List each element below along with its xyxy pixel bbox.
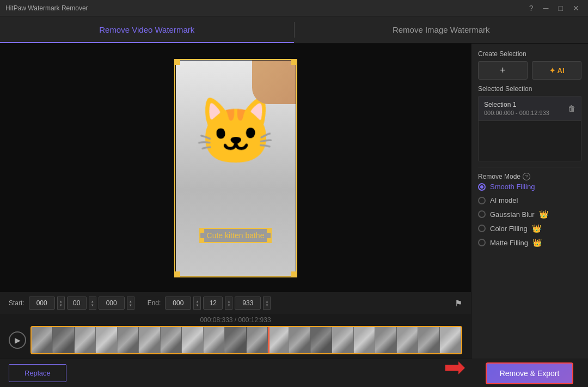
timeline-section: 000:08:333 / 000:12:933 ▶	[0, 314, 471, 359]
start-minutes-spinner[interactable]: ▲▼	[89, 297, 96, 310]
video-frame-wrapper: Cute kitten bathe	[176, 61, 296, 276]
cat-background	[176, 61, 296, 276]
ai-star-icon: ✦	[549, 66, 555, 75]
remove-mode-title: Remove Mode ?	[478, 173, 581, 180]
film-cell	[161, 327, 182, 353]
play-button[interactable]: ▶	[9, 331, 26, 349]
mode-matte[interactable]: Matte Filling 👑	[478, 238, 581, 247]
add-selection-button[interactable]: +	[478, 61, 528, 80]
selection-info: Selection 1 000:00:000 - 000:12:933	[484, 101, 549, 116]
matte-premium-icon: 👑	[532, 238, 542, 247]
film-cell	[268, 327, 289, 353]
start-seconds-input[interactable]	[99, 297, 125, 310]
create-selection-buttons: + ✦ AI	[478, 61, 581, 80]
maximize-icon[interactable]: □	[555, 3, 566, 14]
ai-selection-button[interactable]: ✦ AI	[532, 61, 581, 80]
corner-tl	[200, 228, 204, 233]
start-minutes-input[interactable]	[67, 297, 87, 310]
film-cell	[397, 327, 418, 353]
timeline-time-display: 000:08:333 / 000:12:933	[9, 316, 462, 324]
video-canvas: Cute kitten bathe	[0, 44, 471, 292]
close-icon[interactable]: ✕	[569, 3, 583, 14]
radio-matte[interactable]	[478, 239, 486, 246]
end-minutes-input[interactable]	[203, 297, 223, 310]
corner-bl	[200, 238, 204, 243]
film-cell	[247, 327, 268, 353]
bottom-right-area: Remove & Export	[471, 359, 588, 387]
watermark-text: Cute kitten bathe	[207, 231, 265, 240]
tab-bar: Remove Video Watermark Remove Image Wate…	[0, 16, 588, 44]
selection-name: Selection 1	[484, 101, 549, 108]
titlebar: HitPaw Watermark Remover ? ─ □ ✕	[0, 0, 588, 16]
video-area: Cute kitten bathe Start:	[0, 44, 471, 387]
export-button[interactable]: Remove & Export	[486, 362, 574, 384]
film-cell	[96, 327, 117, 353]
start-hours-input[interactable]	[29, 297, 55, 310]
end-hours-input[interactable]	[165, 297, 191, 310]
create-selection-title: Create Selection	[478, 50, 581, 58]
end-seconds-input[interactable]	[235, 297, 261, 310]
window-controls: ? ─ □ ✕	[526, 3, 583, 14]
total-time: 000:12:933	[238, 316, 271, 324]
mode-color-label: Color Filling	[490, 225, 528, 233]
minimize-icon[interactable]: ─	[540, 3, 552, 14]
playhead[interactable]	[268, 326, 270, 354]
mode-smooth-label: Smooth Filling	[490, 183, 535, 191]
cat-hand	[252, 61, 296, 104]
film-cell	[375, 327, 396, 353]
film-cell	[53, 327, 74, 353]
end-hours-spinner[interactable]: ▲▼	[193, 297, 201, 310]
mode-gaussian[interactable]: Gaussian Blur 👑	[478, 210, 581, 219]
selected-selection-title: Selected Selection	[478, 85, 581, 93]
help-icon[interactable]: ?	[526, 3, 537, 14]
video-frame: Cute kitten bathe	[176, 61, 296, 276]
help-mode-icon[interactable]: ?	[523, 173, 530, 180]
radio-smooth[interactable]	[478, 183, 486, 191]
film-cell	[139, 327, 160, 353]
flag-icon[interactable]: ⚑	[455, 298, 462, 309]
main-area: Cute kitten bathe Start:	[0, 44, 588, 387]
film-cell	[204, 327, 225, 353]
end-label: End:	[148, 299, 161, 307]
mode-radio-group: Smooth Filling AI model Gaussian Blur 👑 …	[478, 183, 581, 247]
start-seconds-spinner[interactable]: ▲▼	[127, 297, 134, 310]
remove-mode-section: Remove Mode ? Smooth Filling AI model Ga…	[478, 173, 581, 247]
radio-gaussian[interactable]	[478, 210, 486, 218]
corner-br	[267, 238, 271, 243]
mode-color[interactable]: Color Filling 👑	[478, 224, 581, 233]
radio-color[interactable]	[478, 225, 486, 232]
delete-selection-button[interactable]: 🗑	[568, 104, 575, 113]
mode-matte-label: Matte Filling	[490, 239, 528, 247]
radio-ai[interactable]	[478, 197, 486, 204]
start-label: Start:	[9, 299, 24, 307]
mode-ai[interactable]: AI model	[478, 196, 581, 204]
mode-smooth[interactable]: Smooth Filling	[478, 183, 581, 191]
film-cell	[32, 327, 53, 353]
replace-button[interactable]: Replace	[9, 364, 66, 382]
film-cell	[118, 327, 139, 353]
selection-time: 000:00:000 - 000:12:933	[484, 110, 549, 116]
time-separator: /	[232, 316, 238, 324]
filmstrip[interactable]	[30, 326, 462, 354]
bottom-bar: Replace	[0, 359, 471, 387]
film-cell	[75, 327, 96, 353]
film-cell	[440, 327, 461, 353]
end-seconds-spinner[interactable]: ▲▼	[263, 297, 271, 310]
end-minutes-spinner[interactable]: ▲▼	[225, 297, 232, 310]
film-cell	[225, 327, 246, 353]
film-cell	[354, 327, 375, 353]
end-time-group: ▲▼ ▲▼ ▲▼	[165, 297, 271, 310]
gaussian-premium-icon: 👑	[539, 210, 548, 219]
watermark-overlay[interactable]: Cute kitten bathe	[199, 228, 272, 243]
mode-gaussian-label: Gaussian Blur	[490, 210, 535, 219]
tab-video[interactable]: Remove Video Watermark	[0, 16, 294, 43]
selection-item[interactable]: Selection 1 000:00:000 - 000:12:933 🗑	[479, 96, 581, 121]
selection-list: Selection 1 000:00:000 - 000:12:933 🗑	[478, 96, 581, 161]
app-title: HitPaw Watermark Remover	[5, 4, 526, 12]
right-panel: Create Selection + ✦ AI Selected Selecti…	[471, 44, 588, 387]
ai-label: AI	[558, 66, 565, 75]
film-cell	[418, 327, 439, 353]
mode-ai-label: AI model	[490, 196, 518, 204]
start-hours-spinner[interactable]: ▲▼	[57, 297, 65, 310]
tab-image[interactable]: Remove Image Watermark	[295, 16, 589, 43]
